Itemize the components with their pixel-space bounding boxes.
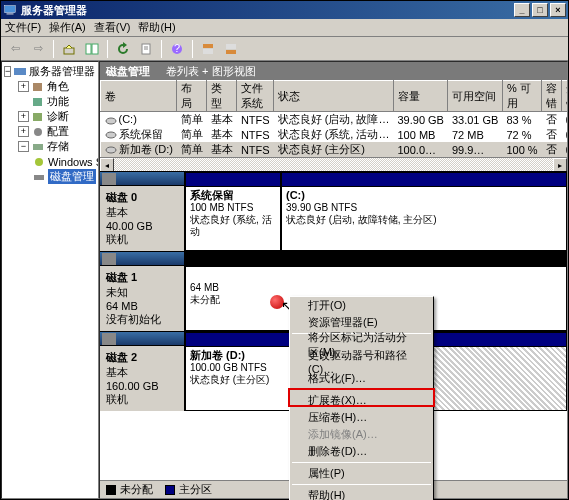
menubar: 文件(F) 操作(A) 查看(V) 帮助(H) (1, 19, 568, 37)
svg-rect-16 (33, 98, 42, 106)
close-button[interactable]: × (550, 3, 566, 17)
titlebar: 服务器管理器 _ □ × (1, 1, 568, 19)
svg-rect-14 (14, 68, 26, 75)
volume-row[interactable]: 新加卷 (D:)简单基本NTFS状态良好 (主分区)100.0…99.9…100… (101, 142, 569, 157)
content-subtitle: 卷列表 + 图形视图 (166, 64, 256, 79)
backup-icon (32, 156, 46, 168)
svg-rect-1 (7, 14, 14, 15)
col-pct[interactable]: % 可用 (502, 81, 541, 112)
navigation-tree[interactable]: − 服务器管理器 (W +角色 功能 +诊断 +配置 −存储 Windows S… (1, 61, 99, 499)
server-icon (13, 66, 27, 78)
col-fault[interactable]: 容错 (542, 81, 562, 112)
col-status[interactable]: 状态 (274, 81, 394, 112)
legend-unallocated-swatch (106, 485, 116, 495)
view-top-button[interactable] (198, 39, 218, 59)
diagnostics-icon (31, 111, 45, 123)
svg-point-23 (106, 132, 116, 138)
expand-icon[interactable]: + (18, 111, 29, 122)
tree-diagnostics[interactable]: +诊断 (18, 109, 96, 124)
svg-point-18 (34, 128, 42, 136)
col-type[interactable]: 类型 (207, 81, 237, 112)
maximize-button[interactable]: □ (532, 3, 548, 17)
expand-icon[interactable]: + (18, 81, 29, 92)
tree-features[interactable]: 功能 (18, 94, 96, 109)
features-icon (31, 96, 45, 108)
col-fs[interactable]: 文件系统 (237, 81, 274, 112)
app-icon (3, 3, 17, 17)
forward-button[interactable]: ⇨ (28, 39, 48, 59)
help-button[interactable]: ? (167, 39, 187, 59)
content-title: 磁盘管理 (106, 64, 150, 79)
volume-scrollbar[interactable]: ◂ ▸ (100, 157, 567, 171)
tree-roles[interactable]: +角色 (18, 79, 96, 94)
tree-windows-backup[interactable]: Windows S (32, 154, 96, 169)
disk-icon (102, 253, 116, 265)
partition[interactable]: 系统保留100 MB NTFS状态良好 (系统, 活动 (185, 172, 281, 251)
disk-mgmt-icon (32, 171, 46, 183)
disk-icon (102, 173, 116, 185)
svg-rect-3 (86, 44, 91, 54)
menu-extend[interactable]: 扩展卷(X)… (290, 392, 433, 409)
menu-open[interactable]: 打开(O) (290, 297, 433, 314)
view-bottom-button[interactable] (221, 39, 241, 59)
menu-shrink[interactable]: 压缩卷(H)… (290, 409, 433, 426)
menu-properties[interactable]: 属性(P) (290, 465, 433, 482)
menu-change-letter[interactable]: 更改驱动器号和路径(C)… (290, 353, 433, 370)
roles-icon (31, 81, 45, 93)
scroll-right-button[interactable]: ▸ (553, 158, 567, 172)
tree-root[interactable]: − 服务器管理器 (W (4, 64, 96, 79)
disk-info[interactable]: 磁盘 1未知64 MB没有初始化 (100, 252, 185, 331)
svg-rect-12 (226, 44, 236, 49)
col-layout[interactable]: 布局 (177, 81, 207, 112)
disk-info[interactable]: 磁盘 2基本160.00 GB联机 (100, 332, 185, 411)
svg-point-20 (35, 158, 43, 166)
volume-row[interactable]: 系统保留简单基本NTFS状态良好 (系统, 活动…100 MB72 MB72 %… (101, 127, 569, 142)
disk-info[interactable]: 磁盘 0基本40.00 GB联机 (100, 172, 185, 251)
content-header: 磁盘管理 卷列表 + 图形视图 (100, 62, 567, 80)
volume-row[interactable]: (C:)简单基本NTFS状态良好 (启动, 故障…39.90 GB33.01 G… (101, 112, 569, 128)
up-button[interactable] (59, 39, 79, 59)
tree-config[interactable]: +配置 (18, 124, 96, 139)
col-free[interactable]: 可用空间 (448, 81, 502, 112)
menu-help[interactable]: 帮助(H) (290, 487, 433, 500)
refresh-button[interactable] (113, 39, 133, 59)
disk-icon (102, 333, 116, 345)
context-menu: 打开(O) 资源管理器(E) 将分区标记为活动分区(M) 更改驱动器号和路径(C… (289, 296, 434, 500)
properties-button[interactable] (136, 39, 156, 59)
config-icon (31, 126, 45, 138)
disk-row: 磁盘 0基本40.00 GB联机系统保留100 MB NTFS状态良好 (系统,… (100, 171, 567, 251)
tree-disk-mgmt[interactable]: 磁盘管理 (32, 169, 96, 184)
svg-text:?: ? (174, 42, 180, 54)
tree-storage[interactable]: −存储 (18, 139, 96, 154)
volume-table[interactable]: 卷 布局 类型 文件系统 状态 容量 可用空间 % 可用 容错 开销 (C:)简… (100, 80, 568, 157)
expand-icon[interactable]: + (18, 126, 29, 137)
svg-rect-2 (64, 48, 74, 54)
menu-file[interactable]: 文件(F) (5, 20, 41, 35)
legend-unallocated-label: 未分配 (120, 482, 153, 497)
minimize-button[interactable]: _ (514, 3, 530, 17)
toolbar: ⇦ ⇨ ? (1, 37, 568, 61)
svg-rect-10 (203, 44, 213, 48)
menu-explorer[interactable]: 资源管理器(E) (290, 314, 433, 331)
col-overhead[interactable]: 开销 (562, 81, 568, 112)
menu-delete[interactable]: 删除卷(D)… (290, 443, 433, 460)
menu-action[interactable]: 操作(A) (49, 20, 86, 35)
col-volume[interactable]: 卷 (101, 81, 177, 112)
window-title: 服务器管理器 (21, 3, 87, 18)
menu-view[interactable]: 查看(V) (94, 20, 131, 35)
show-hide-button[interactable] (82, 39, 102, 59)
partition[interactable]: (C:)39.90 GB NTFS状态良好 (启动, 故障转储, 主分区) (281, 172, 567, 251)
svg-rect-0 (5, 6, 16, 13)
svg-rect-13 (226, 50, 236, 54)
svg-point-22 (106, 118, 116, 124)
back-button[interactable]: ⇦ (5, 39, 25, 59)
server-manager-window: 服务器管理器 _ □ × 文件(F) 操作(A) 查看(V) 帮助(H) ⇦ ⇨… (0, 0, 569, 500)
menu-help[interactable]: 帮助(H) (138, 20, 175, 35)
svg-rect-21 (34, 175, 44, 180)
collapse-icon[interactable]: − (18, 141, 29, 152)
collapse-icon[interactable]: − (4, 66, 11, 77)
svg-rect-4 (92, 44, 98, 54)
col-capacity[interactable]: 容量 (393, 81, 447, 112)
scroll-left-button[interactable]: ◂ (100, 158, 114, 172)
svg-rect-15 (33, 83, 42, 91)
